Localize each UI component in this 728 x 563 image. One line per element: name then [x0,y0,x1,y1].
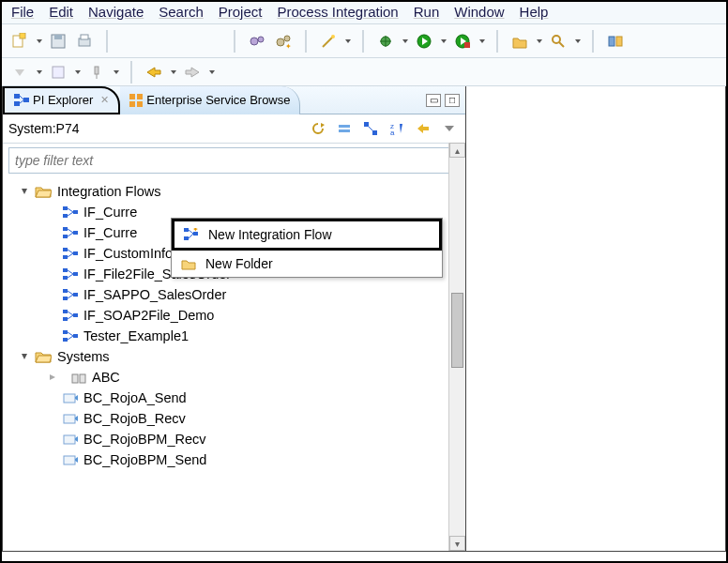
svg-line-65 [68,253,73,257]
svg-rect-38 [129,101,135,107]
svg-rect-41 [339,125,350,128]
svg-rect-71 [63,289,68,293]
search-button[interactable] [548,31,569,52]
menu-navigate[interactable]: Navigate [88,4,144,20]
tree-item-system[interactable]: ABC [3,367,465,388]
menu-help[interactable]: Help [520,4,549,20]
tree-item-system[interactable]: BC_RojoBPM_Recv [3,429,465,449]
svg-rect-33 [23,98,29,102]
svg-rect-81 [63,330,68,334]
down-arrow-button[interactable] [9,62,30,83]
menu-item-label: New Integration Flow [208,227,332,242]
svg-rect-20 [464,42,470,48]
menu-window[interactable]: Window [454,4,504,20]
svg-rect-68 [73,272,78,276]
caret-icon [37,70,42,74]
menu-item-new-folder[interactable]: New Folder [172,251,442,277]
back-button[interactable] [144,62,164,83]
tree-item-system[interactable]: BC_RojoA_Send [3,388,465,408]
open-folder-button[interactable] [509,31,530,52]
svg-rect-77 [63,317,68,321]
svg-line-34 [20,96,23,99]
svg-rect-39 [137,101,143,107]
tree-item-system[interactable]: BC_RojoBPM_Send [3,449,465,470]
menu-edit[interactable]: Edit [49,4,73,20]
svg-rect-62 [63,255,68,259]
component-icon [63,412,78,425]
folder-icon [181,258,196,270]
run-external-button[interactable] [452,31,473,52]
tree-item[interactable]: IF_SAPPO_SalesOrder [3,284,465,305]
svg-rect-23 [609,37,614,46]
svg-rect-56 [63,227,68,231]
svg-rect-83 [73,334,78,338]
scroll-down-icon[interactable]: ▾ [449,536,465,551]
link-editor-button[interactable] [360,118,381,139]
view-menu-button[interactable] [439,118,460,139]
wand-button[interactable] [318,31,339,52]
tree-item-system[interactable]: BC_RojoB_Recv [3,408,465,429]
tree-folder-systems[interactable]: Systems [3,346,465,367]
tree-item[interactable]: Tester_Example1 [3,326,465,346]
box-button[interactable] [48,62,68,83]
forward-button[interactable] [182,62,203,83]
tree-label: BC_RojoBPM_Recv [83,432,206,447]
svg-rect-36 [129,94,135,99]
collapse-all-button[interactable] [334,118,355,139]
maximize-view-button[interactable]: □ [445,94,460,107]
tree-folder-integration-flows[interactable]: Integration Flows [3,181,465,202]
svg-text:✦: ✦ [285,42,292,50]
tab-pi-explorer[interactable]: PI Explorer ✕ [3,86,120,114]
svg-rect-76 [63,310,68,313]
tree-label: IF_CustomInfo [83,246,173,261]
tree-label: IF_SAPPO_SalesOrder [83,287,226,302]
svg-line-100 [189,234,193,238]
refresh-button[interactable] [308,118,328,139]
flow-new-icon: ✦ [184,228,199,241]
system-icon [71,371,86,384]
minimize-view-button[interactable]: ▭ [426,94,441,107]
scroll-up-icon[interactable]: ▴ [449,143,465,158]
caret-icon [537,39,542,43]
caret-icon [114,70,119,74]
svg-line-22 [559,42,564,47]
debug-button[interactable] [375,31,396,52]
menu-item-new-integration-flow[interactable]: ✦ New Integration Flow [172,219,442,251]
new-dropdown-button[interactable] [9,31,30,52]
tab-enterprise-service-browser[interactable]: Enterprise Service Browse [120,86,300,114]
svg-marker-50 [445,126,454,131]
gears-sparkle-button[interactable]: ✦ [273,31,294,52]
caret-icon [575,39,581,43]
svg-rect-87 [80,374,85,383]
svg-rect-1 [20,33,25,38]
menu-process-integration[interactable]: Process Integration [277,4,398,20]
tree-item[interactable]: IF_SOAP2File_Demo [3,305,465,326]
scroll-thumb[interactable] [451,293,463,368]
svg-point-21 [553,36,560,43]
svg-rect-32 [14,101,20,106]
menu-file[interactable]: File [11,4,34,20]
svg-line-80 [68,315,73,319]
run-button[interactable] [414,31,434,52]
sort-button[interactable]: za [387,118,407,139]
menu-search[interactable]: Search [159,4,204,20]
tree-label: IF_SOAP2File_Demo [83,308,214,323]
import-button[interactable] [413,118,433,139]
close-icon[interactable]: ✕ [100,94,109,106]
menu-run[interactable]: Run [414,4,440,20]
scrollbar-vertical[interactable]: ▴ ▾ [448,143,465,551]
component-icon [63,433,78,446]
toggle-button[interactable] [605,31,626,52]
svg-rect-78 [73,313,78,317]
svg-rect-57 [63,235,68,238]
caret-icon [37,39,42,43]
save-button[interactable] [48,31,68,52]
tree-label: BC_RojoA_Send [83,390,187,405]
pin-button[interactable] [86,62,107,83]
svg-rect-97 [184,236,189,240]
filter-input[interactable] [8,147,460,174]
expand-icon [22,354,27,359]
print-button[interactable] [74,31,95,52]
menu-project[interactable]: Project [219,4,263,20]
gears-button[interactable] [247,31,267,52]
